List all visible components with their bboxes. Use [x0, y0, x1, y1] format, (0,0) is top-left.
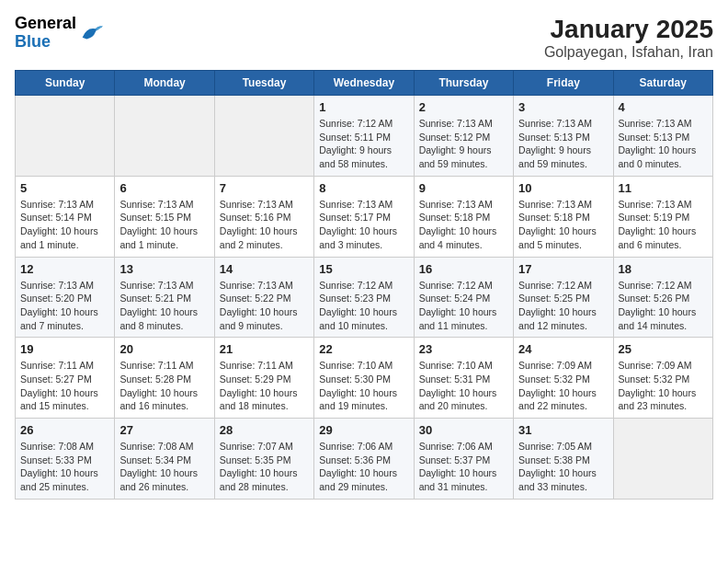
day-info: Sunrise: 7:12 AM Sunset: 5:24 PM Dayligh… [419, 279, 508, 333]
day-number: 17 [518, 262, 608, 276]
day-info: Sunrise: 7:13 AM Sunset: 5:20 PM Dayligh… [20, 279, 109, 333]
calendar-cell: 14Sunrise: 7:13 AM Sunset: 5:22 PM Dayli… [214, 257, 313, 338]
calendar-cell: 19Sunrise: 7:11 AM Sunset: 5:27 PM Dayli… [16, 338, 115, 419]
calendar-cell: 3Sunrise: 7:13 AM Sunset: 5:13 PM Daylig… [514, 96, 613, 177]
day-number: 13 [119, 262, 209, 276]
logo-bird-icon [78, 20, 104, 46]
day-info: Sunrise: 7:12 AM Sunset: 5:11 PM Dayligh… [319, 117, 408, 171]
day-number: 28 [220, 423, 309, 437]
calendar-week-row: 5Sunrise: 7:13 AM Sunset: 5:14 PM Daylig… [16, 176, 713, 257]
calendar-cell: 25Sunrise: 7:09 AM Sunset: 5:32 PM Dayli… [613, 338, 712, 419]
calendar-cell: 2Sunrise: 7:13 AM Sunset: 5:12 PM Daylig… [414, 96, 513, 177]
page-title: January 2025 [544, 15, 713, 44]
calendar-cell: 15Sunrise: 7:12 AM Sunset: 5:23 PM Dayli… [314, 257, 414, 338]
day-info: Sunrise: 7:13 AM Sunset: 5:12 PM Dayligh… [419, 117, 508, 171]
day-info: Sunrise: 7:13 AM Sunset: 5:13 PM Dayligh… [518, 117, 608, 171]
day-number: 23 [419, 342, 508, 356]
logo-blue: Blue [15, 33, 76, 52]
calendar-cell: 20Sunrise: 7:11 AM Sunset: 5:28 PM Dayli… [115, 338, 214, 419]
day-info: Sunrise: 7:12 AM Sunset: 5:23 PM Dayligh… [319, 279, 408, 333]
calendar-cell: 21Sunrise: 7:11 AM Sunset: 5:29 PM Dayli… [214, 338, 313, 419]
page-header: General Blue January 2025 Golpayegan, Is… [15, 15, 713, 61]
day-number: 29 [319, 423, 408, 437]
day-info: Sunrise: 7:10 AM Sunset: 5:30 PM Dayligh… [319, 359, 408, 413]
weekday-header: Tuesday [214, 71, 313, 96]
calendar-week-row: 26Sunrise: 7:08 AM Sunset: 5:33 PM Dayli… [16, 419, 713, 500]
day-info: Sunrise: 7:06 AM Sunset: 5:37 PM Dayligh… [419, 440, 508, 494]
day-number: 21 [220, 342, 309, 356]
day-info: Sunrise: 7:13 AM Sunset: 5:18 PM Dayligh… [518, 198, 608, 252]
calendar-cell: 22Sunrise: 7:10 AM Sunset: 5:30 PM Dayli… [314, 338, 414, 419]
title-block: January 2025 Golpayegan, Isfahan, Iran [544, 15, 713, 61]
weekday-header: Thursday [414, 71, 513, 96]
calendar-cell: 12Sunrise: 7:13 AM Sunset: 5:20 PM Dayli… [16, 257, 115, 338]
calendar-cell: 16Sunrise: 7:12 AM Sunset: 5:24 PM Dayli… [414, 257, 513, 338]
day-number: 14 [220, 262, 309, 276]
day-number: 3 [518, 100, 608, 114]
day-number: 15 [319, 262, 408, 276]
day-info: Sunrise: 7:05 AM Sunset: 5:38 PM Dayligh… [518, 440, 608, 494]
weekday-header: Saturday [613, 71, 712, 96]
weekday-header: Sunday [16, 71, 115, 96]
calendar-table: SundayMondayTuesdayWednesdayThursdayFrid… [15, 70, 713, 500]
day-number: 24 [518, 342, 608, 356]
day-info: Sunrise: 7:12 AM Sunset: 5:25 PM Dayligh… [518, 279, 608, 333]
logo-general: General [15, 15, 76, 33]
calendar-cell: 18Sunrise: 7:12 AM Sunset: 5:26 PM Dayli… [613, 257, 712, 338]
day-info: Sunrise: 7:13 AM Sunset: 5:15 PM Dayligh… [119, 198, 209, 252]
calendar-cell: 29Sunrise: 7:06 AM Sunset: 5:36 PM Dayli… [314, 419, 414, 500]
calendar-week-row: 12Sunrise: 7:13 AM Sunset: 5:20 PM Dayli… [16, 257, 713, 338]
day-number: 26 [20, 423, 109, 437]
day-info: Sunrise: 7:07 AM Sunset: 5:35 PM Dayligh… [220, 440, 309, 494]
day-info: Sunrise: 7:12 AM Sunset: 5:26 PM Dayligh… [619, 279, 708, 333]
day-info: Sunrise: 7:13 AM Sunset: 5:22 PM Dayligh… [220, 279, 309, 333]
day-info: Sunrise: 7:08 AM Sunset: 5:33 PM Dayligh… [20, 440, 109, 494]
calendar-cell: 7Sunrise: 7:13 AM Sunset: 5:16 PM Daylig… [214, 176, 313, 257]
calendar-cell: 17Sunrise: 7:12 AM Sunset: 5:25 PM Dayli… [514, 257, 613, 338]
day-info: Sunrise: 7:13 AM Sunset: 5:14 PM Dayligh… [20, 198, 109, 252]
calendar-cell: 30Sunrise: 7:06 AM Sunset: 5:37 PM Dayli… [414, 419, 513, 500]
day-number: 9 [419, 181, 508, 195]
day-info: Sunrise: 7:11 AM Sunset: 5:28 PM Dayligh… [119, 359, 209, 413]
calendar-cell [16, 96, 115, 177]
weekday-header: Wednesday [314, 71, 414, 96]
day-number: 22 [319, 342, 408, 356]
day-info: Sunrise: 7:13 AM Sunset: 5:13 PM Dayligh… [619, 117, 708, 171]
day-info: Sunrise: 7:13 AM Sunset: 5:19 PM Dayligh… [619, 198, 708, 252]
day-number: 31 [518, 423, 608, 437]
day-number: 10 [518, 181, 608, 195]
day-info: Sunrise: 7:09 AM Sunset: 5:32 PM Dayligh… [518, 359, 608, 413]
weekday-header: Friday [514, 71, 613, 96]
day-info: Sunrise: 7:11 AM Sunset: 5:27 PM Dayligh… [20, 359, 109, 413]
calendar-cell: 13Sunrise: 7:13 AM Sunset: 5:21 PM Dayli… [115, 257, 214, 338]
calendar-cell: 27Sunrise: 7:08 AM Sunset: 5:34 PM Dayli… [115, 419, 214, 500]
day-number: 30 [419, 423, 508, 437]
day-number: 1 [319, 100, 408, 114]
day-info: Sunrise: 7:10 AM Sunset: 5:31 PM Dayligh… [419, 359, 508, 413]
calendar-week-row: 1Sunrise: 7:12 AM Sunset: 5:11 PM Daylig… [16, 96, 713, 177]
day-number: 16 [419, 262, 508, 276]
day-number: 6 [119, 181, 209, 195]
calendar-week-row: 19Sunrise: 7:11 AM Sunset: 5:27 PM Dayli… [16, 338, 713, 419]
calendar-cell: 6Sunrise: 7:13 AM Sunset: 5:15 PM Daylig… [115, 176, 214, 257]
day-number: 5 [20, 181, 109, 195]
day-info: Sunrise: 7:09 AM Sunset: 5:32 PM Dayligh… [619, 359, 708, 413]
day-number: 7 [220, 181, 309, 195]
day-info: Sunrise: 7:13 AM Sunset: 5:17 PM Dayligh… [319, 198, 408, 252]
calendar-cell: 28Sunrise: 7:07 AM Sunset: 5:35 PM Dayli… [214, 419, 313, 500]
calendar-cell: 31Sunrise: 7:05 AM Sunset: 5:38 PM Dayli… [514, 419, 613, 500]
day-number: 8 [319, 181, 408, 195]
logo: General Blue [15, 15, 104, 52]
calendar-cell: 1Sunrise: 7:12 AM Sunset: 5:11 PM Daylig… [314, 96, 414, 177]
calendar-cell [115, 96, 214, 177]
calendar-cell: 26Sunrise: 7:08 AM Sunset: 5:33 PM Dayli… [16, 419, 115, 500]
calendar-cell: 24Sunrise: 7:09 AM Sunset: 5:32 PM Dayli… [514, 338, 613, 419]
day-info: Sunrise: 7:11 AM Sunset: 5:29 PM Dayligh… [220, 359, 309, 413]
calendar-header-row: SundayMondayTuesdayWednesdayThursdayFrid… [16, 71, 713, 96]
calendar-cell: 4Sunrise: 7:13 AM Sunset: 5:13 PM Daylig… [613, 96, 712, 177]
day-info: Sunrise: 7:06 AM Sunset: 5:36 PM Dayligh… [319, 440, 408, 494]
day-number: 2 [419, 100, 508, 114]
day-number: 11 [619, 181, 708, 195]
weekday-header: Monday [115, 71, 214, 96]
calendar-cell: 5Sunrise: 7:13 AM Sunset: 5:14 PM Daylig… [16, 176, 115, 257]
